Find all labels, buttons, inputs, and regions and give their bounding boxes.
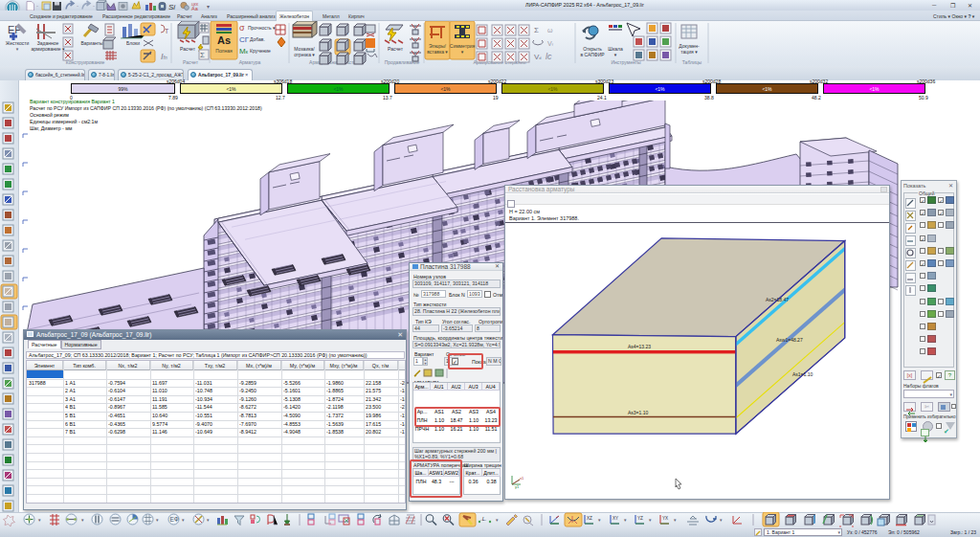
svg-text:As3=1.10: As3=1.10 [628,410,648,415]
svg-text:.L.: .L. [480,516,487,522]
svg-text:▾: ▾ [649,517,652,523]
svg-text:▾: ▾ [207,517,210,523]
svg-text:▾: ▾ [720,517,723,523]
svg-text:As2=18.47: As2=18.47 [766,297,789,302]
svg-text:y1: y1 [515,484,520,489]
svg-text:ЕФ: ЕФ [170,516,179,523]
svg-text:▾: ▾ [674,517,677,523]
svg-text:As1=1.10: As1=1.10 [792,371,813,377]
svg-text:As4=13.23: As4=13.23 [628,344,651,349]
svg-text:YZ: YZ [637,516,643,521]
svg-text:▾: ▾ [624,517,627,523]
svg-text:▾: ▾ [81,517,84,523]
svg-text:x1: x1 [520,476,524,481]
svg-text:▾: ▾ [182,517,185,523]
svg-text:YX: YX [662,516,668,521]
svg-text:XY: XY [612,516,618,521]
svg-text:Asw1=48.27: Asw1=48.27 [776,337,803,343]
svg-text:XZ: XZ [587,516,592,521]
svg-text:▾: ▾ [496,517,499,523]
svg-text:▾: ▾ [598,517,601,523]
svg-text:▾: ▾ [38,517,41,523]
svg-text:▾: ▾ [156,517,159,523]
